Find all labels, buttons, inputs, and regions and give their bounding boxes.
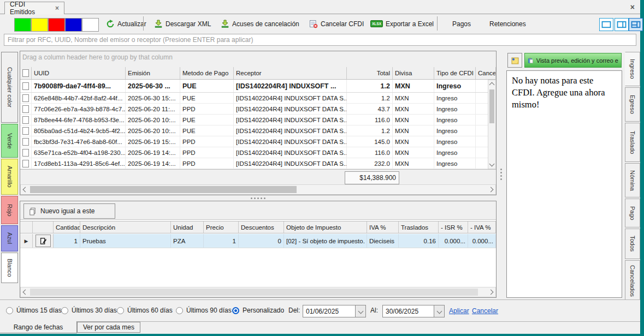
grid-row[interactable]: 87b8ee44-6fe7-4768-b953-f3e... 2025-06-2… — [20, 115, 496, 125]
type-tab-cancelados[interactable]: Cancelados — [625, 260, 640, 302]
color-tab-verde[interactable]: Verde — [1, 124, 18, 158]
exportar-excel-button[interactable]: XLSX Exportar a Excel — [367, 16, 437, 31]
color-tab-azul[interactable]: Azul — [1, 225, 18, 251]
layout-single-button[interactable] — [599, 18, 613, 31]
add-note-button[interactable] — [507, 53, 522, 68]
aplicar-link[interactable]: Aplicar — [449, 307, 469, 315]
scroll-up-icon[interactable] — [488, 81, 495, 88]
column-header-cancelada[interactable]: Cancelada — [476, 67, 496, 79]
column-header-iva-ret[interactable]: - IVA % — [468, 221, 496, 233]
column-header-unidad[interactable]: Unidad — [171, 221, 204, 233]
vista-previa-button[interactable]: Vista previa, edición y correo e — [524, 53, 622, 68]
column-header-emision[interactable]: Emisión — [126, 67, 180, 79]
color-tab-rojo[interactable]: Rojo — [1, 196, 18, 224]
radio-icon[interactable] — [117, 307, 124, 314]
type-tab-pago[interactable]: Pago — [625, 199, 640, 227]
edit-concept-button[interactable] — [36, 235, 51, 247]
bottom-tab-ver-mes[interactable]: Ver por cada mes — [77, 322, 140, 333]
actualizar-button[interactable]: Actualizar — [103, 16, 150, 31]
vertical-splitter[interactable] — [498, 51, 504, 298]
radio-icon[interactable] — [6, 307, 13, 314]
radio-ultimos-90[interactable]: Últimos 90 días — [176, 307, 232, 314]
bottom-tab-rango[interactable]: Rango de fechas — [0, 321, 77, 333]
column-header-tipo[interactable]: Tipo de CFDI — [434, 67, 476, 79]
row-checkbox[interactable] — [22, 160, 29, 167]
nuevo-igual-button[interactable]: Nuevo igual a este — [23, 203, 115, 219]
color-swatch-green[interactable] — [14, 18, 31, 32]
scrollbar-thumb[interactable] — [30, 186, 297, 193]
color-swatch-blue[interactable] — [65, 18, 82, 32]
color-swatch-white[interactable] — [82, 18, 99, 32]
column-header-descuentos[interactable]: Descuentos — [239, 221, 284, 233]
scroll-left-icon[interactable] — [22, 186, 29, 193]
grid-row[interactable]: 17cd8eb1-113a-4291-85c6-4ef... 2025-06-1… — [20, 158, 496, 169]
color-swatch-red[interactable] — [48, 18, 65, 32]
dropdown-button[interactable] — [355, 305, 365, 317]
row-checkbox[interactable] — [22, 149, 29, 157]
color-tab-amarillo[interactable]: Amarillo — [1, 159, 18, 195]
concepts-horizontal-scrollbar[interactable] — [20, 287, 496, 297]
grid-row[interactable]: 635e71ca-e52b-4f04-a198-230... 2025-06-1… — [20, 147, 496, 158]
layout-split-vertical-button[interactable] — [615, 18, 629, 31]
color-swatch-yellow[interactable] — [31, 18, 48, 32]
cancelar-cfdi-button[interactable]: Cancelar CFDI — [306, 16, 367, 31]
cancelar-link[interactable]: Cancelar — [472, 307, 498, 315]
radio-selected-icon[interactable] — [232, 307, 239, 314]
grid-row[interactable]: 626e848b-44b7-42bf-8af2-44f... 2025-06-3… — [20, 93, 496, 104]
row-checkbox[interactable] — [22, 94, 29, 102]
type-tab-ingreso[interactable]: Ingreso — [625, 52, 640, 86]
scroll-down-icon[interactable] — [488, 160, 495, 167]
row-checkbox[interactable] — [22, 138, 29, 146]
column-header-metodo[interactable]: Metodo de Pago — [180, 67, 234, 79]
dropdown-button[interactable] — [434, 305, 444, 317]
radio-icon[interactable] — [176, 307, 183, 314]
layout-split-mixed-button[interactable] — [629, 18, 643, 31]
type-tab-traslado[interactable]: Traslado — [625, 123, 640, 162]
column-header-precio[interactable]: Precio — [204, 221, 239, 233]
column-header-receptor[interactable]: Receptor — [234, 67, 347, 79]
scrollbar-thumb[interactable] — [489, 89, 494, 123]
filter-input[interactable] — [4, 34, 636, 46]
color-tab-cualquier[interactable]: Cualquier color — [1, 52, 18, 123]
color-tab-blanco[interactable]: Blanco — [1, 253, 18, 283]
grid-horizontal-scrollbar[interactable] — [20, 184, 496, 195]
column-header-descripcion[interactable]: Descripción — [80, 221, 171, 233]
radio-ultimos-60[interactable]: Últimos 60 días — [117, 307, 173, 314]
tab-close-icon[interactable]: × — [55, 4, 59, 12]
radio-personalizado[interactable]: Personalizado — [232, 307, 284, 314]
radio-ultimos-15[interactable]: Últimos 15 días — [6, 307, 62, 314]
column-header-uuid[interactable]: UUID — [32, 67, 126, 79]
column-header-traslados[interactable]: Traslados — [399, 221, 439, 233]
row-checkbox[interactable] — [22, 116, 29, 124]
scroll-right-icon[interactable] — [487, 289, 494, 296]
horizontal-splitter[interactable] — [20, 195, 497, 201]
window-close-icon[interactable]: × — [630, 3, 635, 11]
concept-row[interactable]: ▶ 1 Pruebas PZA 1 0 [02] - Sí objeto de … — [20, 234, 496, 248]
retenciones-button[interactable]: Retenciones — [486, 16, 529, 31]
column-header-total[interactable]: Total — [347, 67, 393, 79]
pagos-button[interactable]: Pagos — [449, 16, 474, 31]
radio-ultimos-30[interactable]: Últimos 30 días — [61, 307, 117, 314]
grid-row[interactable]: 805ba0ad-c51d-4b24-9cb5-4f2... 2025-06-2… — [20, 125, 496, 136]
column-header-cantidad[interactable]: Cantidad — [54, 221, 80, 233]
grid-row-selected[interactable]: 7b9008f9-dae7-4ff4-89... 2025-06-30 ... … — [20, 80, 496, 93]
date-from-field[interactable]: 01/06/2025 — [303, 305, 366, 317]
type-tab-todos[interactable]: Todos — [625, 229, 640, 259]
date-to-field[interactable]: 30/06/2025 — [382, 305, 445, 317]
type-tab-egreso[interactable]: Egreso — [625, 87, 640, 122]
acuses-cancelacion-button[interactable]: Acuses de cancelación — [217, 16, 303, 31]
scroll-right-icon[interactable] — [487, 186, 494, 193]
column-header-iva[interactable]: IVA % — [367, 221, 399, 233]
row-checkbox[interactable] — [22, 127, 29, 135]
scrollbar-thumb[interactable] — [30, 289, 478, 296]
grid-row[interactable]: fbc3bf3d-7e31-47e6-8ab8-60f... 2025-06-1… — [20, 136, 496, 147]
column-header-isr[interactable]: - ISR % — [439, 221, 468, 233]
row-checkbox[interactable] — [22, 105, 29, 113]
type-tab-nomina[interactable]: Nómina — [625, 163, 640, 197]
descargar-xml-button[interactable]: Descargar XML — [151, 16, 214, 31]
select-all-checkbox[interactable] — [22, 69, 29, 77]
scroll-left-icon[interactable] — [22, 289, 29, 296]
grid-row[interactable]: 77c06e26-eb7a-4a39-b878-4c7... 2025-06-2… — [20, 104, 496, 115]
radio-icon[interactable] — [61, 307, 68, 314]
column-header-divisa[interactable]: Divisa — [393, 67, 434, 79]
